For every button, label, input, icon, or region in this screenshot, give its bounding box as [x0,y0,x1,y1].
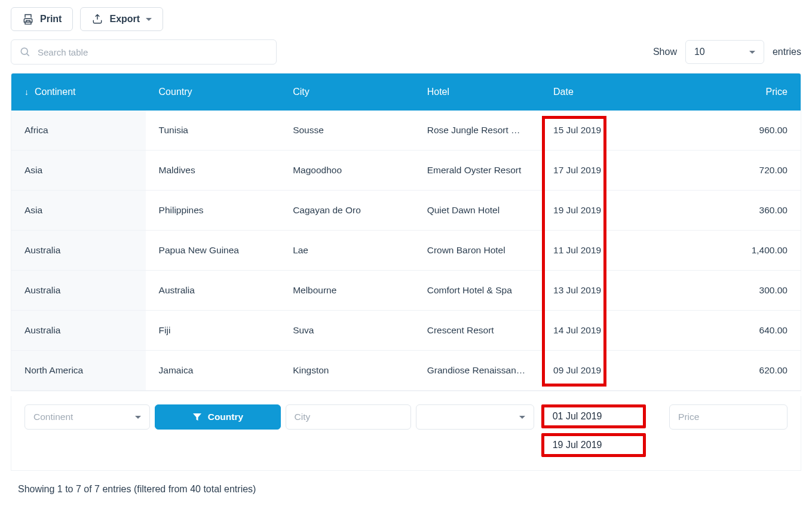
search-wrap [11,39,277,65]
table-status: Showing 1 to 7 of 7 entries (filtered fr… [18,484,794,495]
caret-down-icon [135,416,141,422]
entries-select[interactable]: 10 [685,40,764,64]
cell-continent: Asia [11,191,146,231]
cell-city: Lae [280,231,414,271]
cell-continent: Australia [11,231,146,271]
cell-city: Melbourne [280,271,414,311]
cell-hotel: Quiet Dawn Hotel [414,191,540,231]
cell-price: 720.00 [675,151,801,191]
cell-city: Cagayan de Oro [280,191,414,231]
cell-continent: Australia [11,311,146,351]
cell-price: 360.00 [675,191,801,231]
cell-city: Kingston [280,351,414,391]
cell-country: Fiji [146,311,280,351]
cell-hotel: Crescent Resort [414,311,540,351]
cell-city: Magoodhoo [280,151,414,191]
cell-price: 640.00 [675,311,801,351]
cell-date: 09 Jul 2019 [540,351,675,391]
cell-date: 13 Jul 2019 [540,271,675,311]
svg-line-1 [27,54,29,56]
cell-date: 15 Jul 2019 [540,111,675,151]
header-hotel[interactable]: Hotel [414,73,540,111]
filter-price-input[interactable] [669,404,788,430]
table-header-row: ↓ Continent Country City Hotel Date Pric… [11,73,801,111]
cell-city: Suva [280,311,414,351]
cell-date: 11 Jul 2019 [540,231,675,271]
export-button[interactable]: Export [80,7,163,31]
table-row: AustraliaAustraliaMelbourneComfort Hotel… [11,271,801,311]
controls-row: Show 10 entries [11,39,801,65]
table-row: North AmericaJamaicaKingstonGrandiose Re… [11,351,801,391]
sort-descending-icon: ↓ [24,87,29,97]
filter-icon [192,412,202,422]
print-icon [22,13,34,25]
search-input[interactable] [11,39,277,65]
header-date[interactable]: Date [540,73,675,111]
table-row: AsiaPhilippinesCagayan de OroQuiet Dawn … [11,191,801,231]
export-icon [91,13,103,25]
cell-city: Sousse [280,111,414,151]
header-city[interactable]: City [280,73,414,111]
svg-point-0 [21,48,27,54]
cell-hotel: Comfort Hotel & Spa [414,271,540,311]
cell-date: 17 Jul 2019 [540,151,675,191]
cell-hotel: Emerald Oyster Resort [414,151,540,191]
cell-country: Maldives [146,151,280,191]
header-price[interactable]: Price [675,73,801,111]
entries-suffix: entries [773,47,801,57]
cell-hotel: Grandiose Renaissan… [414,351,540,391]
cell-continent: Australia [11,271,146,311]
show-label: Show [653,47,677,57]
header-country[interactable]: Country [146,73,280,111]
filter-country-select[interactable]: Country [155,404,280,430]
cell-country: Tunisia [146,111,280,151]
cell-continent: Africa [11,111,146,151]
table-row: AfricaTunisiaSousseRose Jungle Resort …1… [11,111,801,151]
filter-date-from[interactable]: 01 Jul 2019 [541,404,646,428]
cell-hotel: Rose Jungle Resort … [414,111,540,151]
filter-hotel-select[interactable] [416,404,534,430]
entries-value: 10 [694,47,705,57]
cell-date: 14 Jul 2019 [540,311,675,351]
table-row: AustraliaPapua New GuineaLaeCrown Baron … [11,231,801,271]
print-label: Print [40,14,62,24]
caret-down-icon [146,18,152,24]
search-icon [19,46,31,58]
cell-hotel: Crown Baron Hotel [414,231,540,271]
cell-country: Papua New Guinea [146,231,280,271]
filter-row: Continent Country 01 Jul 2019 19 Jul 201… [11,396,801,471]
table-row: AsiaMaldivesMagoodhooEmerald Oyster Reso… [11,151,801,191]
header-continent[interactable]: ↓ Continent [11,73,146,111]
cell-country: Philippines [146,191,280,231]
cell-price: 1,400.00 [675,231,801,271]
filter-city-input[interactable] [286,404,411,430]
cell-country: Australia [146,271,280,311]
entries-group: Show 10 entries [653,40,801,64]
print-button[interactable]: Print [11,7,73,31]
filter-date-to[interactable]: 19 Jul 2019 [541,433,646,457]
cell-price: 960.00 [675,111,801,151]
table-row: AustraliaFijiSuvaCrescent Resort14 Jul 2… [11,311,801,351]
cell-continent: Asia [11,151,146,191]
cell-continent: North America [11,351,146,391]
cell-date: 19 Jul 2019 [540,191,675,231]
cell-country: Jamaica [146,351,280,391]
data-table: ↓ Continent Country City Hotel Date Pric… [11,73,801,391]
export-label: Export [109,14,140,24]
caret-down-icon [519,416,525,422]
filter-continent-select[interactable]: Continent [24,404,150,430]
caret-down-icon [749,51,755,57]
cell-price: 300.00 [675,271,801,311]
toolbar: Print Export [11,7,801,31]
cell-price: 620.00 [675,351,801,391]
